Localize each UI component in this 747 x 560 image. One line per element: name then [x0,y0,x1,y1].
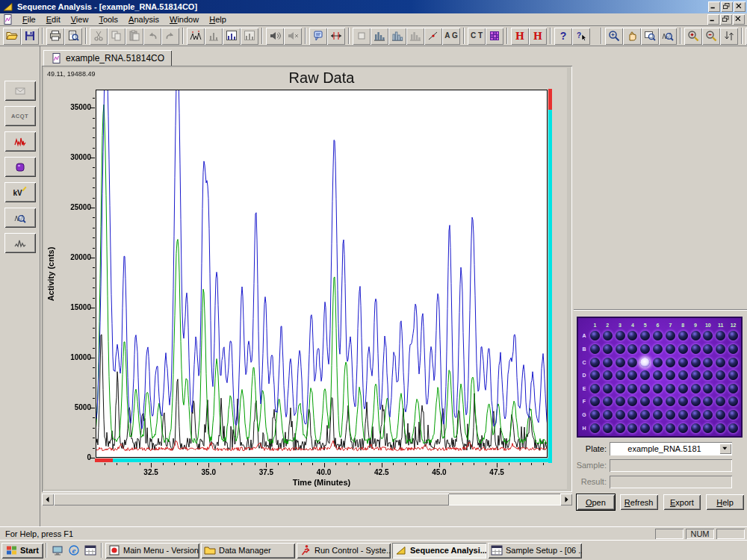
well-G6[interactable] [653,410,663,420]
well-D1[interactable] [590,370,600,380]
histogram-grid-button[interactable] [223,28,241,45]
histogram-h1-button[interactable]: H [511,28,529,45]
well-E4[interactable] [627,384,637,393]
well-A12[interactable] [728,331,738,340]
show-desktop-icon[interactable] [49,543,66,559]
measure-button[interactable] [327,28,345,45]
well-H3[interactable] [616,423,625,433]
menu-view[interactable]: View [66,13,94,26]
well-H10[interactable] [703,423,713,433]
well-G10[interactable] [703,410,713,420]
well-B1[interactable] [590,344,600,354]
well-C11[interactable] [716,358,725,367]
well-G3[interactable] [616,410,625,420]
trace-markers-button[interactable] [187,28,205,45]
well-G11[interactable] [716,410,725,420]
well-F7[interactable] [666,396,675,406]
task-data-manager[interactable]: Data Manager [201,543,295,559]
mdi-minimize-button[interactable] [707,14,719,25]
well-D9[interactable] [691,370,701,380]
zoom-mode-button[interactable] [605,28,623,45]
well-B4[interactable] [627,344,637,354]
well-B8[interactable] [678,344,688,354]
well-C4[interactable] [627,358,637,367]
well-H4[interactable] [627,423,637,433]
well-F3[interactable] [616,396,625,406]
open-button[interactable] [3,28,21,45]
scroll-track[interactable] [54,494,560,505]
histogram-h2-button[interactable]: H [529,28,547,45]
well-C3[interactable] [616,358,625,367]
horizontal-scrollbar[interactable] [42,494,572,505]
well-A2[interactable] [603,331,613,340]
zoom-out-button[interactable] [702,28,720,45]
well-F11[interactable] [716,396,725,406]
context-help-button[interactable]: ? [572,28,590,45]
well-D8[interactable] [678,370,688,380]
well-H12[interactable] [728,423,738,433]
well-C9[interactable] [691,358,701,367]
well-E2[interactable] [603,384,613,393]
well-D2[interactable] [603,370,613,380]
well-B5[interactable] [640,344,650,354]
zoom-box-button[interactable] [641,28,659,45]
well-E1[interactable] [590,384,600,393]
well-H5[interactable] [640,423,650,433]
gel-view-button[interactable] [4,157,36,177]
well-E11[interactable] [716,384,725,393]
mdi-close-button[interactable] [733,14,745,25]
well-F9[interactable] [691,396,701,406]
chart-plot[interactable] [44,68,567,489]
zoom-trace-button[interactable] [659,28,677,45]
well-B11[interactable] [716,344,725,354]
menu-edit[interactable]: Edit [41,13,66,26]
print-button[interactable] [46,28,64,45]
menu-analysis[interactable]: Analysis [123,13,164,26]
minimize-button[interactable] [708,1,720,12]
well-C10[interactable] [703,358,713,367]
well-D3[interactable] [616,370,625,380]
well-E5[interactable] [640,384,650,393]
menu-help[interactable]: Help [204,13,232,26]
well-D4[interactable] [627,370,637,380]
menu-tools[interactable]: Tools [93,13,123,26]
pan-mode-button[interactable] [623,28,641,45]
well-H11[interactable] [716,423,725,433]
well-H6[interactable] [653,423,663,433]
annotation-button[interactable] [309,28,327,45]
well-G4[interactable] [627,410,637,420]
launch-window-icon[interactable] [82,543,99,559]
bases-ag-button[interactable]: A G [442,28,460,45]
well-G7[interactable] [666,410,675,420]
well-D10[interactable] [703,370,713,380]
refresh-button[interactable]: Refresh [620,494,658,510]
open-button[interactable]: Open [577,494,615,510]
well-F8[interactable] [678,396,688,406]
well-D5[interactable] [640,370,650,380]
well-E8[interactable] [678,384,688,393]
well-A8[interactable] [678,331,688,340]
well-E3[interactable] [616,384,625,393]
start-button[interactable]: Start [1,543,43,559]
task-sequence-analysi[interactable]: Sequence Analysi... [392,543,486,559]
sort-button[interactable] [720,28,738,45]
well-F1[interactable] [590,396,600,406]
combo-dropdown-button[interactable] [719,444,731,454]
well-B2[interactable] [603,344,613,354]
well-D7[interactable] [666,370,675,380]
well-H8[interactable] [678,423,688,433]
well-A4[interactable] [627,331,637,340]
scroll-thumb[interactable] [54,494,449,505]
scroll-left-button[interactable] [42,494,54,505]
well-B7[interactable] [666,344,675,354]
well-A7[interactable] [666,331,675,340]
well-A1[interactable] [590,331,600,340]
well-C1[interactable] [590,358,600,367]
export-button[interactable]: Export [663,494,701,510]
well-B6[interactable] [653,344,663,354]
print-preview-button[interactable] [64,28,82,45]
task-run-control-syste[interactable]: Run Control - Syste... [297,543,391,559]
help-button[interactable]: Help [706,494,744,510]
well-E10[interactable] [703,384,713,393]
well-G9[interactable] [691,410,701,420]
